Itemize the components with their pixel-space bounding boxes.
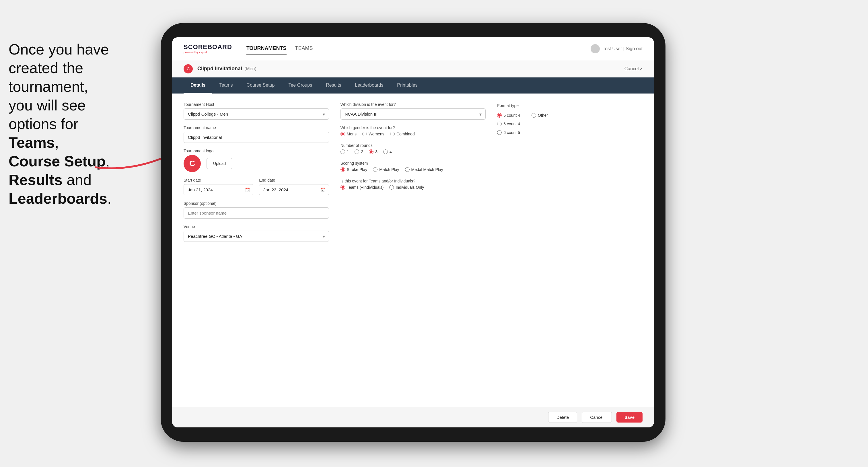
format-6count5: 6 count 5 xyxy=(497,130,643,135)
individuals-only: Individuals Only xyxy=(389,185,424,190)
venue-select[interactable]: Peachtree GC - Atlanta - GA xyxy=(184,230,329,242)
tournament-host-group: Tournament Host Clippd College - Men xyxy=(184,102,329,120)
rounds-group: Number of rounds 1 2 xyxy=(340,143,486,155)
delete-button[interactable]: Delete xyxy=(548,412,577,423)
tab-printables[interactable]: Printables xyxy=(390,77,424,94)
logo-title: SCOREBOARD xyxy=(184,43,232,51)
teams-radio-row: Teams (+Individuals) Individuals Only xyxy=(340,185,486,191)
end-date-group: End date xyxy=(259,178,329,195)
start-date-input[interactable] xyxy=(184,184,253,195)
gender-mens-radio[interactable] xyxy=(340,132,345,136)
scoring-match-radio[interactable] xyxy=(373,167,377,172)
gender-womens-radio[interactable] xyxy=(362,132,367,136)
logo-area: SCOREBOARD Powered by clippd xyxy=(184,43,232,54)
tournament-type: (Men) xyxy=(244,66,256,71)
form-col-3: Format type 5 count 4 Other xyxy=(497,102,643,242)
user-area: Test User | Sign out xyxy=(591,44,643,53)
rounds-4-label: 4 xyxy=(390,150,392,154)
format-6count5-label: 6 count 5 xyxy=(503,130,520,135)
form-col-1: Tournament Host Clippd College - Men Tou… xyxy=(184,102,329,242)
scoring-match: Match Play xyxy=(373,167,399,172)
tournament-logo-label: Tournament logo xyxy=(184,149,329,153)
scoring-match-label: Match Play xyxy=(379,167,399,172)
scoring-stroke-label: Stroke Play xyxy=(347,167,368,172)
format-5count4-label: 5 count 4 xyxy=(503,113,520,118)
tournament-name-label: Tournament name xyxy=(184,125,329,130)
gender-womens-label: Womens xyxy=(369,132,384,136)
tournament-host-select[interactable]: Clippd College - Men xyxy=(184,108,329,120)
form-col-2: Which division is the event for? NCAA Di… xyxy=(340,102,486,242)
format-6count5-radio[interactable] xyxy=(497,130,502,135)
annotation-text: Once you have created the tournament, yo… xyxy=(0,34,123,214)
rounds-3-radio[interactable] xyxy=(369,150,373,154)
scoring-medal-label: Medal Match Play xyxy=(411,167,443,172)
gender-combined-radio[interactable] xyxy=(390,132,395,136)
nav-tournaments[interactable]: TOURNAMENTS xyxy=(246,43,286,55)
tab-tee-groups[interactable]: Tee Groups xyxy=(281,77,319,94)
save-button[interactable]: Save xyxy=(616,412,643,423)
teams-label: Is this event for Teams and/or Individua… xyxy=(340,179,486,183)
tab-row: Details Teams Course Setup Tee Groups Re… xyxy=(172,77,654,94)
teams-plus-individuals: Teams (+Individuals) xyxy=(340,185,384,190)
rounds-label: Number of rounds xyxy=(340,143,486,148)
venue-group: Venue Peachtree GC - Atlanta - GA xyxy=(184,224,329,242)
rounds-2: 2 xyxy=(354,150,363,154)
tournament-name: Clippd Invitational xyxy=(197,66,242,72)
end-date-input[interactable] xyxy=(259,184,329,195)
rounds-2-radio[interactable] xyxy=(354,150,359,154)
main-content: Tournament Host Clippd College - Men Tou… xyxy=(172,94,654,407)
scoring-stroke: Stroke Play xyxy=(340,167,368,172)
rounds-3-label: 3 xyxy=(375,150,377,154)
gender-womens: Womens xyxy=(362,132,384,136)
scoring-medal: Medal Match Play xyxy=(405,167,443,172)
action-bar: Delete Cancel Save xyxy=(172,407,654,428)
tournament-name-input[interactable] xyxy=(184,132,329,143)
format-6count4-radio[interactable] xyxy=(497,122,502,126)
gender-radio-row: Mens Womens Combined xyxy=(340,132,486,137)
cancel-button[interactable]: Cancel xyxy=(582,412,612,423)
rounds-1-radio[interactable] xyxy=(340,150,345,154)
upload-button[interactable]: Upload xyxy=(207,158,232,169)
end-date-label: End date xyxy=(259,178,329,182)
teams-individuals-radio[interactable] xyxy=(389,185,394,190)
user-avatar-icon xyxy=(591,44,600,53)
rounds-4-radio[interactable] xyxy=(383,150,388,154)
format-other-label: Other xyxy=(538,113,548,118)
nav-links: TOURNAMENTS TEAMS xyxy=(246,43,591,55)
rounds-2-label: 2 xyxy=(361,150,363,154)
format-row-1: 5 count 4 Other xyxy=(497,113,643,119)
gender-group: Which gender is the event for? Mens Wome… xyxy=(340,125,486,137)
tab-results[interactable]: Results xyxy=(319,77,348,94)
tab-details[interactable]: Details xyxy=(184,77,212,94)
tournament-logo-group: Tournament logo C Upload xyxy=(184,149,329,172)
format-options: 5 count 4 Other 6 count 4 xyxy=(497,113,643,136)
rounds-radio-row: 1 2 3 4 xyxy=(340,150,486,155)
sponsor-label: Sponsor (optional) xyxy=(184,201,329,206)
sponsor-group: Sponsor (optional) xyxy=(184,201,329,219)
breadcrumb-row: C Clippd Invitational (Men) Cancel × xyxy=(172,60,654,77)
division-select[interactable]: NCAA Division III xyxy=(340,108,486,120)
scoring-medal-radio[interactable] xyxy=(405,167,410,172)
teams-teams-radio[interactable] xyxy=(340,185,345,190)
user-label[interactable]: Test User | Sign out xyxy=(603,46,643,51)
back-button[interactable]: C xyxy=(184,64,193,73)
date-row: Start date End date xyxy=(184,178,329,195)
tablet-screen: SCOREBOARD Powered by clippd TOURNAMENTS… xyxy=(172,37,654,428)
scoring-stroke-radio[interactable] xyxy=(340,167,345,172)
nav-teams[interactable]: TEAMS xyxy=(295,43,313,55)
tournament-name-group: Tournament name xyxy=(184,125,329,143)
tab-teams[interactable]: Teams xyxy=(212,77,240,94)
format-other-radio[interactable] xyxy=(531,113,536,118)
gender-combined-label: Combined xyxy=(396,132,415,136)
sponsor-input[interactable] xyxy=(184,208,329,219)
format-5count4-radio[interactable] xyxy=(497,113,502,118)
gender-mens-label: Mens xyxy=(347,132,356,136)
cancel-top-button[interactable]: Cancel × xyxy=(624,66,643,71)
division-group: Which division is the event for? NCAA Di… xyxy=(340,102,486,120)
gender-label: Which gender is the event for? xyxy=(340,125,486,130)
start-date-group: Start date xyxy=(184,178,253,195)
logo-upload-area: C Upload xyxy=(184,155,329,172)
tab-leaderboards[interactable]: Leaderboards xyxy=(348,77,391,94)
tab-course-setup[interactable]: Course Setup xyxy=(240,77,282,94)
rounds-4: 4 xyxy=(383,150,392,154)
